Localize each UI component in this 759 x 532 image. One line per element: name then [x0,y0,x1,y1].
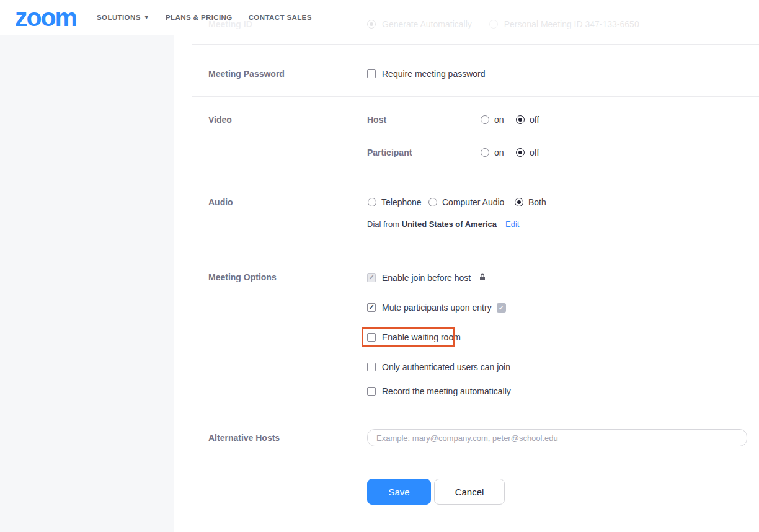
only-authenticated-users-checkbox[interactable] [367,363,376,371]
enable-join-before-host-label: Enable join before host [382,273,471,283]
host-video-on-radio[interactable] [481,115,489,124]
video-participant-label: Participant [367,148,412,157]
video-label: Video [208,115,232,125]
record-automatically-label: Record the meeting automatically [382,386,511,396]
meeting-password-label: Meeting Password [208,69,285,79]
enable-waiting-room-checkbox[interactable] [367,333,376,342]
mute-participants-checkbox[interactable] [367,303,376,312]
modified-setting-icon: ✓ [497,303,506,313]
host-video-off-label: off [530,115,539,125]
main-nav: SOLUTIONS ▼ PLANS & PRICING CONTACT SALE… [97,14,312,21]
require-meeting-password-checkbox[interactable] [367,69,376,78]
alternative-hosts-input[interactable] [367,429,747,446]
meeting-password-row: Meeting Password Require meeting passwor… [192,45,759,97]
computer-audio-radio[interactable] [428,198,437,206]
nav-contact-sales[interactable]: CONTACT SALES [249,14,312,21]
alternative-hosts-label: Alternative Hosts [208,433,280,443]
chevron-down-icon: ▼ [144,15,149,20]
participant-video-on-label: on [494,148,504,157]
edit-dial-from-link[interactable]: Edit [505,219,519,229]
only-authenticated-users-label: Only authenticated users can join [382,362,510,372]
nav-plans-pricing[interactable]: PLANS & PRICING [166,14,233,21]
cancel-button[interactable]: Cancel [434,479,505,505]
video-row: Video Host on off Participant on off [192,97,759,177]
save-button[interactable]: Save [367,479,431,505]
mute-participants-label: Mute participants upon entry [382,303,492,313]
record-automatically-checkbox[interactable] [367,387,376,396]
host-video-off-radio[interactable] [516,115,525,124]
audio-row: Audio Telephone Computer Audio Both Dial… [192,177,759,254]
audio-label: Audio [208,197,233,207]
dial-from-country: United States of America [402,219,497,229]
actions-row: Save Cancel [192,461,759,532]
require-meeting-password-label: Require meeting password [382,69,486,79]
meeting-options-label: Meeting Options [208,272,277,282]
zoom-logo[interactable]: zoom [15,6,76,29]
left-sidebar [0,35,174,532]
nav-solutions[interactable]: SOLUTIONS ▼ [97,14,149,21]
participant-video-off-radio[interactable] [516,148,525,157]
zoom-schedule-meeting-page: Meeting ID Generate Automatically Person… [0,0,759,532]
both-label: Both [528,197,546,207]
top-nav-bar: zoom SOLUTIONS ▼ PLANS & PRICING CONTACT… [0,0,759,35]
enable-join-before-host-checkbox [367,273,376,282]
dial-from-text: Dial from United States of America [367,219,497,229]
telephone-radio[interactable] [368,198,376,206]
both-radio[interactable] [515,198,523,206]
video-host-label: Host [367,115,386,125]
lock-icon [479,272,486,283]
telephone-label: Telephone [381,197,422,207]
enable-waiting-room-label: Enable waiting room [382,332,461,342]
host-video-on-label: on [494,115,504,125]
participant-video-on-radio[interactable] [481,148,489,157]
participant-video-off-label: off [530,148,539,157]
computer-audio-label: Computer Audio [442,197,504,207]
meeting-options-row: Meeting Options Enable join before host … [192,254,759,412]
alternative-hosts-row: Alternative Hosts [192,412,759,461]
